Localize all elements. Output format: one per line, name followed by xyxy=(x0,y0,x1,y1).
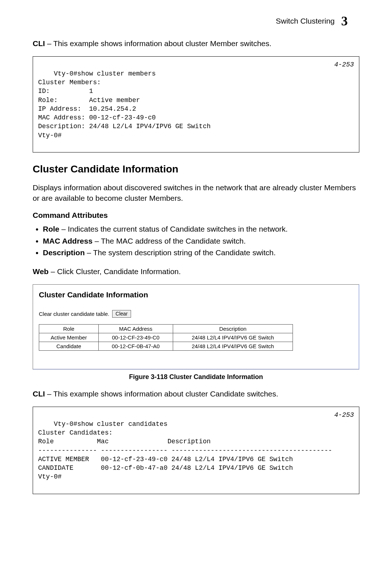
attr-role: Role – Indicates the current status of C… xyxy=(43,223,359,235)
web-figure-title: Cluster Candidate Information xyxy=(39,290,353,299)
cli-intro-2: CLI – This example shows information abo… xyxy=(33,389,359,399)
cell-mac: 00-12-CF-23-49-C0 xyxy=(98,333,173,342)
attr-desc: Description – The system description str… xyxy=(43,247,359,259)
col-description: Description xyxy=(173,324,293,333)
cell-mac: 00-12-CF-0B-47-A0 xyxy=(98,342,173,350)
cli-output-candidates: 4-253Vty-0#show cluster candidates Clust… xyxy=(33,407,359,494)
attr-desc-term: Description xyxy=(43,248,85,257)
figure-caption: Figure 3-118 Cluster Candidate Informati… xyxy=(33,373,359,381)
page-header: Switch Clustering 3 xyxy=(33,15,359,28)
header-section-title: Switch Clustering xyxy=(276,17,335,25)
cell-role: Candidate xyxy=(39,342,99,350)
col-role: Role xyxy=(39,324,99,333)
section-body: Displays information about discovered sw… xyxy=(33,183,359,203)
cli-intro-1-text: – This example shows information about c… xyxy=(45,39,271,48)
attr-role-desc: – Indicates the current status of Candid… xyxy=(60,225,288,233)
cell-desc: 24/48 L2/L4 IPV4/IPV6 GE Switch xyxy=(173,342,293,350)
attr-mac-term: MAC Address xyxy=(43,237,93,245)
code-text-2: Vty-0#show cluster candidates Cluster Ca… xyxy=(38,420,332,481)
web-line: Web – Click Cluster, Candidate Informati… xyxy=(33,266,359,277)
cell-desc: 24/48 L2/L4 IPV4/IPV6 GE Switch xyxy=(173,333,293,342)
candidate-table: Role MAC Address Description Active Memb… xyxy=(39,324,293,351)
cli-label: CLI xyxy=(33,39,45,48)
section-heading: Cluster Candidate Information xyxy=(33,163,359,175)
clear-row: Clear cluster candidate table. Clear xyxy=(39,310,353,318)
code-ref-2: 4-253 xyxy=(334,411,354,419)
web-line-text: – Click Cluster, Candidate Information. xyxy=(49,267,181,276)
command-attributes-list: Role – Indicates the current status of C… xyxy=(33,223,359,259)
attr-mac-desc: – The MAC address of the Candidate switc… xyxy=(93,237,246,245)
clear-label: Clear cluster candidate table. xyxy=(39,311,109,317)
code-ref-1: 4-253 xyxy=(334,60,354,69)
clear-button[interactable]: Clear xyxy=(112,310,131,318)
cell-role: Active Member xyxy=(39,333,99,342)
table-row: Active Member 00-12-CF-23-49-C0 24/48 L2… xyxy=(39,333,293,342)
chapter-number: 3 xyxy=(341,14,348,28)
cli-label-2: CLI xyxy=(33,390,45,398)
col-mac: MAC Address xyxy=(98,324,173,333)
code-text-1: Vty-0#show cluster members Cluster Membe… xyxy=(38,70,211,139)
attr-role-term: Role xyxy=(43,225,60,233)
attr-mac: MAC Address – The MAC address of the Can… xyxy=(43,235,359,247)
web-figure: Cluster Candidate Information Clear clus… xyxy=(33,284,359,370)
table-header-row: Role MAC Address Description xyxy=(39,324,293,333)
cli-intro-1: CLI – This example shows information abo… xyxy=(33,38,359,49)
cli-output-members: 4-253Vty-0#show cluster members Cluster … xyxy=(33,56,359,152)
table-row: Candidate 00-12-CF-0B-47-A0 24/48 L2/L4 … xyxy=(39,342,293,350)
command-attributes-heading: Command Attributes xyxy=(33,211,359,220)
web-label: Web xyxy=(33,267,49,276)
chapter-badge: 3 xyxy=(341,15,359,28)
cli-intro-2-text: – This example shows information about c… xyxy=(45,390,278,398)
attr-desc-desc: – The system description string of the C… xyxy=(85,248,276,257)
